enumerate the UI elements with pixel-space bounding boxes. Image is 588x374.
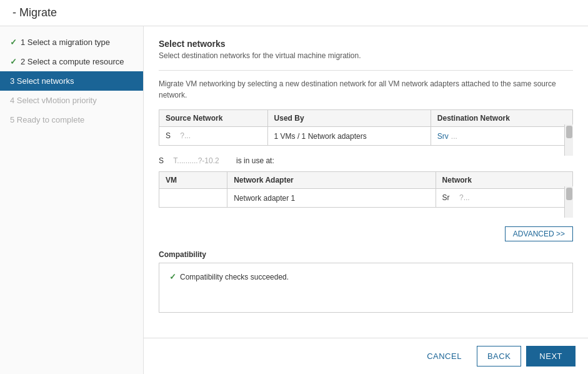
main-panel: Select networks Select destination netwo… [144, 26, 588, 374]
network-table-row: S ?... 1 VMs / 1 Network adapters Srv ..… [159, 127, 573, 146]
used-by-cell: 1 VMs / 1 Network adapters [267, 127, 431, 146]
dest-network-val[interactable]: Srv [437, 132, 449, 141]
back-button[interactable]: BACK [477, 346, 521, 366]
next-button[interactable]: NEXT [526, 346, 576, 366]
compat-success-row: ✓ Compatibility checks succeeded. [169, 272, 562, 281]
sidebar-label-step5: 5 Ready to complete [10, 115, 84, 124]
divider1 [159, 70, 573, 71]
col-source-network: Source Network [159, 110, 268, 127]
sidebar: ✓ 1 Select a migration type ✓ 2 Select a… [0, 26, 144, 374]
sidebar-item-step1[interactable]: ✓ 1 Select a migration type [0, 33, 143, 52]
detail-in-use: is in use at: [236, 156, 274, 165]
col-vm: VM [159, 172, 227, 189]
compat-label: Compatibility [159, 250, 573, 259]
sidebar-item-step5: 5 Ready to complete [0, 110, 143, 129]
sidebar-label-step3: 3 Select networks [10, 76, 74, 86]
cancel-button[interactable]: CANCEL [417, 346, 472, 366]
advanced-button[interactable]: ADVANCED >> [505, 226, 573, 241]
sidebar-label-step4: 4 Select vMotion priority [10, 96, 97, 105]
compat-message: Compatibility checks succeeded. [180, 273, 289, 281]
network-table: Source Network Used By Destination Netwo… [159, 109, 573, 146]
scroll-thumb [566, 126, 572, 138]
sidebar-item-step4: 4 Select vMotion priority [0, 91, 143, 110]
col-network: Network [436, 172, 572, 189]
sidebar-label-step2: 2 Select a compute resource [21, 57, 124, 66]
vm-name-cell [159, 189, 227, 208]
section-title: Select networks [159, 39, 573, 49]
destination-network-cell: Srv ... [431, 127, 572, 146]
vm-table-wrapper: VM Network Adapter Network Network adapt… [159, 171, 573, 218]
title-bar: - Migrate [0, 0, 588, 26]
network-table-scrollbar[interactable] [564, 124, 573, 156]
footer: CANCEL BACK NEXT [144, 338, 588, 374]
vm-network-cell: Sr ?... [436, 189, 572, 208]
source-network-suffix: ?... [172, 131, 191, 140]
detail-label: S T..........?-10.2 is in use at: [159, 156, 573, 166]
vm-network-val: Sr [442, 193, 450, 202]
dest-cell: Srv ... [437, 132, 560, 141]
vm-table: VM Network Adapter Network Network adapt… [159, 171, 573, 208]
vm-table-row: Network adapter 1 Sr ?... [159, 189, 573, 208]
detail-network-id2: T..........?-10.2 [166, 156, 234, 165]
detail-section: S T..........?-10.2 is in use at: VM Net… [159, 156, 573, 218]
detail-network-id: S [159, 156, 164, 165]
compat-box: ✓ Compatibility checks succeeded. [159, 263, 573, 313]
col-network-adapter: Network Adapter [227, 172, 436, 189]
network-table-wrapper: Source Network Used By Destination Netwo… [159, 109, 573, 156]
sidebar-item-step3[interactable]: 3 Select networks [0, 71, 143, 91]
title-text: - Migrate [12, 6, 57, 19]
advanced-btn-row: ADVANCED >> [159, 226, 573, 241]
migrate-window: - Migrate ✓ 1 Select a migration type ✓ … [0, 0, 588, 374]
col-used-by: Used By [267, 110, 431, 127]
vm-network-suffix: ?... [452, 193, 470, 202]
sidebar-item-step2[interactable]: ✓ 2 Select a compute resource [0, 52, 143, 71]
source-network-val: S [166, 131, 171, 140]
content-area: ✓ 1 Select a migration type ✓ 2 Select a… [0, 26, 588, 374]
compat-check-icon: ✓ [169, 272, 176, 281]
col-destination-network: Destination Network [431, 110, 572, 127]
vm-table-scrollbar[interactable] [564, 186, 573, 218]
network-adapter-cell: Network adapter 1 [227, 189, 436, 208]
check-icon-step2: ✓ [10, 57, 17, 66]
source-network-cell: S ?... [159, 127, 268, 146]
instruction-text: Migrate VM networking by selecting a new… [159, 78, 573, 101]
dest-network-suffix: ... [451, 132, 457, 141]
vm-scroll-thumb [566, 188, 572, 200]
compatibility-section: Compatibility ✓ Compatibility checks suc… [159, 250, 573, 313]
section-desc: Select destination networks for the virt… [159, 51, 573, 60]
main-content: Select networks Select destination netwo… [144, 26, 588, 338]
sidebar-label-step1: 1 Select a migration type [21, 38, 110, 47]
check-icon-step1: ✓ [10, 38, 17, 47]
